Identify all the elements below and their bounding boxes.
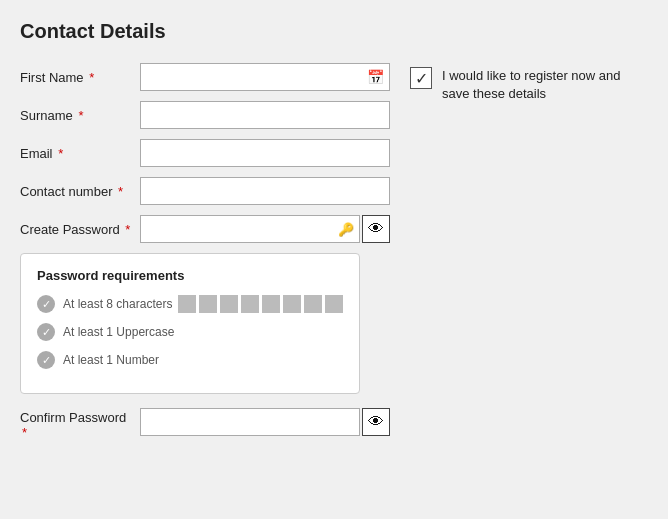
confirm-eye-icon: 👁 xyxy=(368,413,384,431)
contact-number-input-wrap xyxy=(140,177,390,205)
create-password-input[interactable] xyxy=(140,215,360,243)
form-area: First Name * 📅 Surname * Email xyxy=(20,63,648,440)
surname-label: Surname * xyxy=(20,108,140,123)
create-password-label: Create Password * xyxy=(20,222,140,237)
req-number-row: ✓ At least 1 Number xyxy=(37,351,343,369)
register-label: I would like to register now and save th… xyxy=(442,67,648,103)
password-req-title: Password requirements xyxy=(37,268,343,283)
req-upper-label: At least 1 Uppercase xyxy=(63,325,174,339)
confirm-password-label-wrap: Confirm Password * xyxy=(20,408,140,440)
create-password-input-inner: 🔑 xyxy=(140,215,360,243)
create-password-row: Create Password * 🔑 👁 xyxy=(20,215,390,243)
confirm-password-row: Confirm Password * 👁 xyxy=(20,408,390,440)
req-length-check: ✓ xyxy=(37,295,55,313)
confirm-password-toggle-btn[interactable]: 👁 xyxy=(362,408,390,436)
strength-bar-8 xyxy=(325,295,343,313)
first-name-row: First Name * 📅 xyxy=(20,63,390,91)
first-name-input[interactable] xyxy=(140,63,390,91)
req-number-label: At least 1 Number xyxy=(63,353,159,367)
email-row: Email * xyxy=(20,139,390,167)
req-number-check: ✓ xyxy=(37,351,55,369)
confirm-password-label: Confirm Password xyxy=(20,410,126,425)
password-requirements-box: Password requirements ✓ At least 8 chara… xyxy=(20,253,360,394)
register-checkbox[interactable]: ✓ xyxy=(410,67,432,89)
email-label: Email * xyxy=(20,146,140,161)
first-name-label: First Name * xyxy=(20,70,140,85)
confirm-password-input[interactable] xyxy=(140,408,360,436)
req-length-row: ✓ At least 8 characters xyxy=(37,295,343,313)
email-input[interactable] xyxy=(140,139,390,167)
contact-number-required: * xyxy=(118,184,123,199)
confirm-password-input-wrap: 👁 xyxy=(140,408,390,436)
confirm-password-required: * xyxy=(22,425,27,440)
contact-number-input[interactable] xyxy=(140,177,390,205)
confirm-password-input-inner xyxy=(140,408,360,436)
calendar-icon: 📅 xyxy=(367,69,384,85)
email-required: * xyxy=(58,146,63,161)
first-name-required: * xyxy=(89,70,94,85)
strength-bar-3 xyxy=(220,295,238,313)
req-length-label: At least 8 characters xyxy=(63,297,172,311)
surname-input-wrap xyxy=(140,101,390,129)
first-name-input-wrap: 📅 xyxy=(140,63,390,91)
surname-row: Surname * xyxy=(20,101,390,129)
form-left: First Name * 📅 Surname * Email xyxy=(20,63,390,440)
email-input-wrap xyxy=(140,139,390,167)
section-title: Contact Details xyxy=(20,20,648,43)
req-upper-row: ✓ At least 1 Uppercase xyxy=(37,323,343,341)
strength-bar-7 xyxy=(304,295,322,313)
register-area: ✓ I would like to register now and save … xyxy=(410,63,648,103)
strength-bars xyxy=(178,295,343,313)
strength-bar-1 xyxy=(178,295,196,313)
create-password-wrap: 🔑 👁 xyxy=(140,215,390,243)
page-container: Contact Details First Name * 📅 Surname * xyxy=(0,0,668,519)
strength-bar-4 xyxy=(241,295,259,313)
password-key-icon: 🔑 xyxy=(338,222,354,237)
surname-input[interactable] xyxy=(140,101,390,129)
create-password-toggle-btn[interactable]: 👁 xyxy=(362,215,390,243)
create-password-required: * xyxy=(125,222,130,237)
surname-required: * xyxy=(78,108,83,123)
contact-number-label: Contact number * xyxy=(20,184,140,199)
eye-icon: 👁 xyxy=(368,220,384,238)
contact-number-row: Contact number * xyxy=(20,177,390,205)
req-upper-check: ✓ xyxy=(37,323,55,341)
strength-bar-2 xyxy=(199,295,217,313)
strength-bar-6 xyxy=(283,295,301,313)
strength-bar-5 xyxy=(262,295,280,313)
